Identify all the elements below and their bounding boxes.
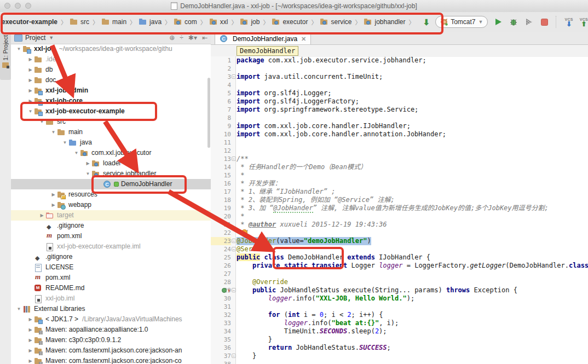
window-controls[interactable]	[4, 3, 31, 9]
fold-marker-icon[interactable]: −	[232, 247, 236, 251]
line-number: 19	[211, 204, 231, 212]
tree-row-pom-xml[interactable]: pom.xml	[11, 273, 211, 283]
tree-row--jdk1-7-[interactable]: ▶< JDK1.7 >/Library/Java/JavaVirtualMach…	[11, 314, 211, 325]
vcs-update-button[interactable]: VCS ⬇	[564, 18, 573, 26]
run-with-coverage-button[interactable]	[524, 17, 534, 27]
editor-area[interactable]: DemoJobHandler.java ✕ DemoJobHandler 1pa…	[211, 32, 588, 364]
tree-expand-icon[interactable]: ▼	[27, 106, 34, 117]
tree-expand-icon[interactable]: ▶	[38, 210, 45, 221]
tree-row-maven-aopalliance-aopalliance-1-0[interactable]: ▶Maven: aopalliance:aopalliance:1.0	[11, 325, 211, 335]
tree-row-resources[interactable]: ▶resources	[11, 189, 211, 200]
tree-row--gitignore[interactable]: .gitignore	[11, 252, 211, 262]
tree-row-readme-md[interactable]: README.md	[11, 283, 211, 293]
breadcrumb-item-java[interactable]: java	[139, 18, 162, 26]
maximize-window-icon[interactable]	[25, 3, 31, 9]
tree-row-xxl-job-iml[interactable]: xxl-job.iml	[11, 293, 211, 304]
breadcrumb-item-service[interactable]: service	[320, 18, 352, 26]
tree-row--gitignore[interactable]: .gitignore	[11, 221, 211, 231]
breadcrumb-item-jobhandler[interactable]: jobhandler	[364, 18, 406, 26]
tree-row-external-libraries[interactable]: ▼External Libraries	[11, 304, 211, 314]
stop-button[interactable]	[539, 17, 549, 27]
tree-row-maven-com-fasterxml-jackson-core-jackson-co[interactable]: ▶Maven: com.fasterxml.jackson.core:jacks…	[11, 356, 211, 364]
tree-row-xxl-job-core[interactable]: ▶xxl-job-core	[11, 96, 211, 106]
hide-panel-button[interactable]: ⇤	[202, 34, 207, 42]
tree-expand-icon[interactable]: ▶	[27, 314, 34, 325]
tree-expand-icon[interactable]: ▶	[50, 189, 57, 200]
tree-expand-icon[interactable]: ▶	[27, 65, 34, 75]
project-scrollbar[interactable]	[207, 78, 210, 148]
tree-expand-icon[interactable]: ▶	[27, 325, 34, 335]
tree-row-xxl-job-executor-example-iml[interactable]: xxl-job-executor-example.iml	[11, 241, 211, 252]
tree-expand-icon[interactable]: ▼	[15, 44, 22, 54]
breadcrumb-item-xxl[interactable]: xxl	[209, 18, 229, 26]
run-button[interactable]	[493, 17, 503, 27]
tree-row-loader[interactable]: ▶loader	[11, 158, 211, 169]
breadcrumb-item-executor-example[interactable]: executor-example	[1, 18, 58, 26]
debug-button[interactable]	[509, 17, 518, 27]
line-number: 35	[211, 336, 231, 344]
tree-expand-icon[interactable]: ▶	[50, 200, 57, 210]
tree-row--idea[interactable]: ▶.idea	[11, 54, 211, 65]
run-configuration-selector[interactable]: Tomcat7 ▼	[435, 16, 488, 28]
breadcrumb-item-executor[interactable]: executor	[272, 18, 308, 26]
tree-row-maven-com-fasterxml-jackson-core-jackson-an[interactable]: ▶Maven: com.fasterxml.jackson.core:jacks…	[11, 345, 211, 356]
tree-row-com-xxl-job-executor[interactable]: ▼com.xxl.job.executor	[11, 148, 211, 158]
breadcrumb-item-src[interactable]: src	[70, 18, 90, 26]
tree-row-doc[interactable]: ▶doc	[11, 75, 211, 85]
tree-row-db[interactable]: ▶db	[11, 65, 211, 75]
tree-expand-icon[interactable]: ▶	[27, 335, 34, 345]
tree-expand-icon[interactable]: ▶	[27, 356, 34, 364]
override-method-icon[interactable]: ↑	[222, 288, 230, 293]
locate-file-button[interactable]: ⊕	[169, 34, 175, 42]
tree-expand-icon[interactable]: ▼	[84, 169, 91, 179]
tree-row-service-jobhandler[interactable]: ▼service.jobhandler	[11, 169, 211, 179]
tree-row-xxl-job-executor-example[interactable]: ▼xxl-job-executor-example	[11, 106, 211, 117]
tree-expand-icon[interactable]: ▶	[27, 54, 34, 65]
tree-expand-icon[interactable]: ▼	[15, 304, 22, 314]
tree-row-webapp[interactable]: ▶webapp	[11, 200, 211, 210]
tree-expand-icon[interactable]: ▶	[27, 345, 34, 356]
tree-row-pom-xml[interactable]: pom.xml	[11, 231, 211, 241]
scroll-to-source-icon[interactable]: ⬇	[423, 18, 430, 26]
breadcrumb-item-main[interactable]: main	[101, 18, 127, 26]
tree-expand-icon[interactable]: ▼	[73, 148, 80, 158]
tab-demojobhandler[interactable]: DemoJobHandler.java ✕	[215, 33, 311, 44]
tree-expand-icon[interactable]: ▶	[84, 158, 91, 169]
fold-marker-icon[interactable]: −	[232, 239, 236, 243]
fold-marker-icon[interactable]: −	[232, 74, 236, 79]
tree-row-xxl-job[interactable]: ▼xxl-job~/workspaces/idea-git-workspace/…	[11, 44, 211, 54]
code-line-15: 15 *	[211, 171, 588, 180]
tree-row-java[interactable]: ▼java	[11, 137, 211, 148]
breadcrumb[interactable]: executor-example〉src〉main〉java〉com〉xxl〉j…	[0, 12, 417, 32]
tree-row-demojobhandler[interactable]: DemoJobHandler	[11, 179, 211, 189]
close-tab-icon[interactable]: ✕	[301, 36, 306, 43]
excluded-folder-icon	[45, 212, 54, 219]
project-panel-header[interactable]: Project ▼ ⊕ ÷ ✱▾ ⇤	[11, 32, 211, 44]
vcs-commit-button[interactable]: VCS ⬆	[580, 18, 588, 26]
tree-expand-icon[interactable]: ▼	[61, 137, 68, 148]
tree-expand-icon[interactable]: ▶	[27, 96, 34, 106]
tree-row-xxl-job-admin[interactable]: ▶xxl-job-admin	[11, 85, 211, 96]
breadcrumb-item-job[interactable]: job	[240, 18, 260, 26]
settings-gear-button[interactable]: ✱▾	[188, 34, 197, 42]
tree-row-src[interactable]: ▼src	[11, 117, 211, 127]
tree-row-target[interactable]: ▶target	[11, 210, 211, 221]
fold-marker-icon[interactable]: −	[232, 157, 236, 161]
project-panel: Project ▼ ⊕ ÷ ✱▾ ⇤ ▼xxl-job~/workspaces/…	[11, 32, 211, 364]
intention-bulb-icon[interactable]	[241, 229, 247, 235]
fold-marker-icon[interactable]: −	[232, 354, 236, 358]
breadcrumb-item-com[interactable]: com	[174, 18, 198, 26]
tree-row-main[interactable]: ▼main	[11, 127, 211, 137]
code-area[interactable]: 1package com.xxl.job.executor.service.jo…	[211, 56, 588, 364]
tree-expand-icon[interactable]: ▼	[38, 117, 45, 127]
project-tool-window-tab[interactable]: 1: Project	[0, 33, 11, 80]
tree-expand-icon[interactable]: ▼	[50, 127, 57, 137]
close-window-icon[interactable]	[4, 3, 10, 9]
fold-marker-icon[interactable]: −	[232, 288, 236, 292]
minimize-window-icon[interactable]	[15, 3, 21, 9]
collapse-all-button[interactable]: ÷	[180, 34, 183, 42]
tree-expand-icon[interactable]: ▶	[27, 85, 34, 96]
tree-expand-icon[interactable]: ▶	[27, 75, 34, 85]
tree-row-maven-c3p0-c3p0-0-9-1-2[interactable]: ▶Maven: c3p0:c3p0:0.9.1.2	[11, 335, 211, 345]
tree-row-license[interactable]: LICENSE	[11, 262, 211, 273]
